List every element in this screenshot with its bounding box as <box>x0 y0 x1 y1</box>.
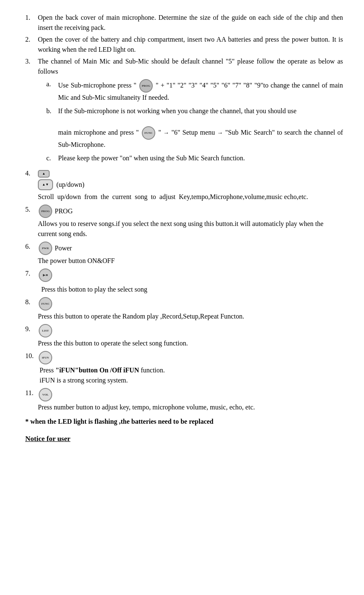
item-6-num: 6. <box>25 242 38 252</box>
sub-c-letter: c. <box>46 153 58 163</box>
sub-a-letter: a. <box>46 79 58 103</box>
item-11-label-row: VOL <box>38 388 255 401</box>
item-4-num: 4. <box>25 168 38 178</box>
item-5-label: PROG <box>55 206 73 216</box>
sub-b-content: If the Sub-microphone is not working whe… <box>58 106 343 150</box>
item-9-text: Press the this button to operate the sel… <box>38 338 188 348</box>
item-8-text: Press this button to operate the Random … <box>38 311 244 321</box>
sub-a-wrapper: a. Use Sub-microphone press " PROG " + "… <box>38 79 343 103</box>
item-6-header: 6. PWR Power The power button ON&OFF <box>25 242 343 266</box>
item-8: 8. FUNC Press this button to operate the… <box>25 297 343 321</box>
item-11: 11. VOL Press number button to adjust ke… <box>25 388 343 412</box>
item-3-num: 3. <box>25 56 38 66</box>
sub-b: b. If the Sub-microphone is not working … <box>46 106 343 150</box>
item-10-text1: Press "iFUN"button On /Off iFUN function… <box>38 365 165 375</box>
item-1-num: 1. <box>25 13 38 23</box>
item-2-text: Open the cover of the battery and chip c… <box>38 35 343 55</box>
play-icon: ▶/■ <box>39 268 52 282</box>
item-9-content: LIST Press the this button to operate th… <box>38 324 188 348</box>
vol-icon: VOL <box>39 388 52 401</box>
item-7-content: ▶/■ Press this botton to play the select… <box>38 268 147 295</box>
item-7-label-row: ▶/■ <box>38 268 147 282</box>
power-icon: PWR <box>39 242 52 255</box>
item-6: 6. PWR Power The power button ON&OFF <box>25 242 343 266</box>
item-6-label-row: PWR Power <box>38 242 115 255</box>
item-3-sublist: a. Use Sub-microphone press " PROG " + "… <box>38 79 343 163</box>
item-10-content: iFUN Press "iFUN"button On /Off iFUN fun… <box>38 351 165 385</box>
item-10-header: 10. iFUN Press "iFUN"button On /Off iFUN… <box>25 351 343 385</box>
item-9-label-row: LIST <box>38 324 188 337</box>
item-4-text: Scroll up/down from the current song to … <box>38 192 308 202</box>
item-7: 7. ▶/■ Press this botton to play the sel… <box>25 268 343 295</box>
sub-c-content: Please keep the power "on" when using th… <box>58 153 343 163</box>
item-8-content: FUNC Press this button to operate the Ra… <box>38 297 244 321</box>
item-11-header: 11. VOL Press number button to adjust ke… <box>25 388 343 412</box>
item-2: 2. Open the cover of the battery and chi… <box>25 35 343 55</box>
sub-a-content: Use Sub-microphone press " PROG " + "1" … <box>58 79 343 103</box>
item-7-num: 7. <box>25 268 38 279</box>
prog-icon-a: PROG <box>139 79 153 93</box>
func-icon-8: FUNC <box>39 297 52 311</box>
item-9-header: 9. LIST Press the this button to operate… <box>25 324 343 348</box>
item-3-content: The channel of Main Mic and Sub-Mic shou… <box>38 56 343 167</box>
item-11-text: Press number button to adjust key, tempo… <box>38 402 255 412</box>
item-4: 4. ▲ ▲▼ (up/down) Scroll up/down from th… <box>25 168 343 202</box>
item-8-num: 8. <box>25 297 38 307</box>
item-11-content: VOL Press number button to adjust key, t… <box>38 388 255 412</box>
item-4-content: ▲ ▲▼ (up/down) Scroll up/down from the c… <box>38 168 308 202</box>
item-1-text: Open the back cover of main microphone. … <box>38 13 343 33</box>
item-10-label-row: iFUN <box>38 351 165 364</box>
item-5-header: 5. PROG PROG Allows you to reserve songs… <box>25 205 343 239</box>
item-4-label-row: ▲▼ (up/down) <box>38 179 308 190</box>
item-6-label: Power <box>55 243 72 253</box>
warning-text: * when the LED light is flashing ,the ba… <box>25 417 343 427</box>
item-4-label: (up/down) <box>55 180 85 190</box>
notice-title: Notice for user <box>25 433 343 444</box>
item-9-num: 9. <box>25 324 38 334</box>
item-5-content: PROG PROG Allows you to reserve songs.if… <box>38 205 343 239</box>
item-8-label-row: FUNC <box>38 297 244 311</box>
ifun-icon: iFUN <box>39 351 52 364</box>
item-9: 9. LIST Press the this button to operate… <box>25 324 343 348</box>
sub-a: a. Use Sub-microphone press " PROG " + "… <box>46 79 343 103</box>
item-3-text: The channel of Main Mic and Sub-Mic shou… <box>38 58 343 75</box>
item-3: 3. The channel of Main Mic and Sub-Mic s… <box>25 56 343 167</box>
updown-icon: ▲▼ <box>38 179 53 190</box>
item-4-header: 4. ▲ ▲▼ (up/down) Scroll up/down from th… <box>25 168 343 202</box>
up-icon: ▲ <box>38 170 50 178</box>
item-5-label-row: PROG PROG <box>38 205 343 218</box>
item-6-content: PWR Power The power button ON&OFF <box>38 242 115 266</box>
item-10-text2: iFUN is a strong scoring system. <box>38 375 165 385</box>
item-10: 10. iFUN Press "iFUN"button On /Off iFUN… <box>25 351 343 385</box>
item-4-up-icon-wrapper: ▲ <box>38 168 308 178</box>
func-icon-b: FUNC <box>142 126 155 140</box>
list-icon: LIST <box>39 324 52 337</box>
item-5: 5. PROG PROG Allows you to reserve songs… <box>25 205 343 239</box>
item-6-text: The power button ON&OFF <box>38 256 115 266</box>
item-7-header: 7. ▶/■ Press this botton to play the sel… <box>25 268 343 295</box>
sub-b-letter: b. <box>46 106 58 150</box>
item-2-num: 2. <box>25 35 38 45</box>
item-5-text: Allows you to reserve songs.if you selec… <box>38 219 343 239</box>
item-8-header: 8. FUNC Press this button to operate the… <box>25 297 343 321</box>
item-7-text: Press this botton to play the select son… <box>38 284 147 295</box>
sub-c: c. Please keep the power "on" when using… <box>46 153 343 163</box>
item-10-num: 10. <box>25 351 38 361</box>
item-5-num: 5. <box>25 205 38 215</box>
item-1: 1. Open the back cover of main microphon… <box>25 13 343 33</box>
item-11-num: 11. <box>25 388 38 398</box>
prog-icon-5: PROG <box>39 205 52 218</box>
